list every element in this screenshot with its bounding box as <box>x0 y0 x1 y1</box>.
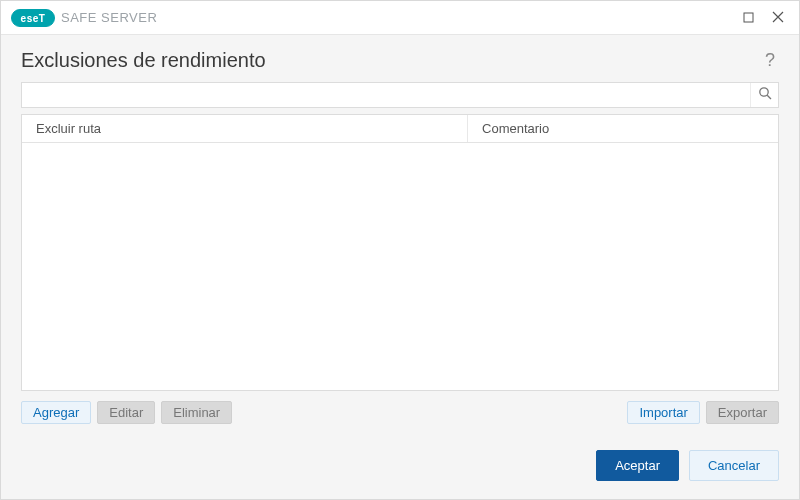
table-header: Excluir ruta Comentario <box>22 115 778 143</box>
page-header: Exclusiones de rendimiento ? <box>1 35 799 82</box>
cancel-button[interactable]: Cancelar <box>689 450 779 481</box>
search-icon <box>758 86 772 104</box>
export-button: Exportar <box>706 401 779 424</box>
search-input[interactable] <box>22 83 750 107</box>
accept-button[interactable]: Aceptar <box>596 450 679 481</box>
action-spacer <box>238 401 621 424</box>
svg-point-3 <box>759 88 767 96</box>
search-button[interactable] <box>750 83 778 107</box>
action-row: Agregar Editar Eliminar Importar Exporta… <box>21 391 779 430</box>
edit-button: Editar <box>97 401 155 424</box>
search-bar <box>21 82 779 108</box>
table-body <box>22 143 778 390</box>
brand: eseT SAFE SERVER <box>11 9 157 27</box>
delete-button: Eliminar <box>161 401 232 424</box>
close-button[interactable] <box>763 3 793 33</box>
help-icon: ? <box>765 50 775 70</box>
exclusions-table: Excluir ruta Comentario <box>21 114 779 391</box>
add-button[interactable]: Agregar <box>21 401 91 424</box>
titlebar: eseT SAFE SERVER <box>1 1 799 35</box>
dialog-footer: Aceptar Cancelar <box>1 430 799 499</box>
content-area: Excluir ruta Comentario Agregar Editar E… <box>1 82 799 430</box>
window-root: eseT SAFE SERVER Exclusiones de rendimie… <box>0 0 800 500</box>
column-header-path[interactable]: Excluir ruta <box>22 115 468 142</box>
help-button[interactable]: ? <box>761 50 779 71</box>
column-header-comment[interactable]: Comentario <box>468 115 778 142</box>
import-button[interactable]: Importar <box>627 401 699 424</box>
eset-logo-icon: eseT <box>11 9 55 27</box>
svg-line-4 <box>767 95 771 99</box>
close-icon <box>772 9 784 27</box>
page-title: Exclusiones de rendimiento <box>21 49 266 72</box>
svg-text:eseT: eseT <box>21 13 46 24</box>
maximize-button[interactable] <box>733 3 763 33</box>
svg-rect-2 <box>744 13 753 22</box>
maximize-icon <box>743 9 754 27</box>
brand-product-name: SAFE SERVER <box>61 10 157 25</box>
window-controls <box>733 3 793 33</box>
